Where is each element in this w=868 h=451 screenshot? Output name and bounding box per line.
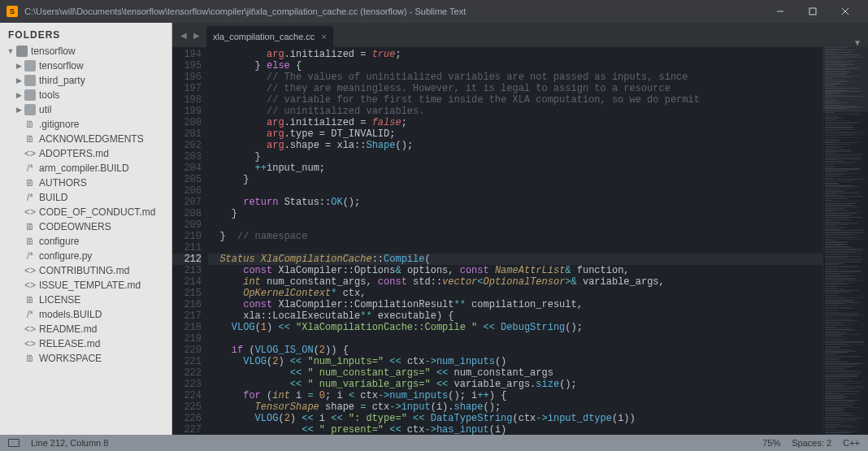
close-icon[interactable]: × [321, 32, 326, 41]
sidebar-header: FOLDERS [0, 23, 171, 44]
tree-item[interactable]: 🗎WORKSPACE [0, 351, 171, 366]
maximize-button[interactable] [796, 0, 829, 23]
tree-item-label: ACKNOWLEDGMENTS [39, 133, 144, 145]
file-icon: /* [24, 163, 36, 174]
minimap[interactable] [822, 47, 868, 435]
folder-icon [24, 104, 36, 115]
tree-item-label: WORKSPACE [39, 353, 102, 364]
tree-item-label: CODE_OF_CONDUCT.md [39, 206, 155, 218]
file-icon: /* [24, 192, 36, 203]
file-icon: 🗎 [24, 221, 36, 232]
tab-overflow-button[interactable]: ▼ [853, 38, 861, 47]
status-bar: Line 212, Column 8 75% Spaces: 2 C++ [0, 435, 868, 451]
tree-item[interactable]: 🗎AUTHORS [0, 176, 171, 190]
file-tab[interactable]: xla_compilation_cache.cc × [206, 26, 333, 47]
app-icon: S [7, 6, 18, 17]
tree-item[interactable]: 🗎.gitignore [0, 117, 171, 132]
close-button[interactable] [829, 0, 861, 23]
tree-item[interactable]: 🗎configure [0, 234, 171, 249]
file-icon: 🗎 [24, 353, 36, 364]
status-line-col[interactable]: Line 212, Column 8 [31, 438, 108, 448]
tree-item-label: models.BUILD [39, 309, 102, 320]
tree-item-label: BUILD [39, 192, 67, 203]
window-title: C:\Users\will\Documents\tensorflow\tenso… [24, 7, 764, 16]
file-icon: <> [24, 206, 36, 218]
tree-item-label: util [39, 104, 51, 115]
svg-rect-1 [809, 8, 816, 15]
tree-item-label: ISSUE_TEMPLATE.md [39, 280, 141, 291]
file-icon: 🗎 [24, 236, 36, 247]
tree-item[interactable]: ▼tensorflow [0, 44, 171, 59]
titlebar: S C:\Users\will\Documents\tensorflow\ten… [0, 0, 868, 23]
minimap-viewport[interactable] [823, 47, 868, 112]
tree-item-label: tensorflow [31, 46, 76, 57]
file-icon: /* [24, 309, 36, 320]
tree-item-label: tensorflow [39, 60, 84, 72]
tree-item[interactable]: <>ISSUE_TEMPLATE.md [0, 278, 171, 293]
tree-item[interactable]: 🗎CODEOWNERS [0, 219, 171, 234]
code-area[interactable]: arg.initialized = true; } else { // The … [208, 47, 822, 435]
tree-item[interactable]: <>README.md [0, 322, 171, 336]
folder-icon [24, 60, 36, 72]
tree-item[interactable]: ▶tools [0, 88, 171, 102]
file-icon: <> [24, 280, 36, 291]
tree-item-label: third_party [39, 75, 85, 86]
tree-item[interactable]: 🗎LICENSE [0, 293, 171, 307]
folder-icon [16, 46, 28, 57]
file-icon: 🗎 [24, 294, 36, 306]
tree-item[interactable]: <>CODE_OF_CONDUCT.md [0, 205, 171, 219]
tab-bar: ◀ ▶ xla_compilation_cache.cc × ▼ [172, 23, 868, 47]
tree-item-label: ADOPTERS.md [39, 148, 109, 159]
tree-item-label: configure [39, 236, 79, 247]
file-icon: <> [24, 148, 36, 159]
tree-item[interactable]: <>RELEASE.md [0, 336, 171, 351]
tree-item-label: arm_compiler.BUILD [39, 163, 129, 174]
tree-item[interactable]: <>ADOPTERS.md [0, 146, 171, 161]
tree-item-label: README.md [39, 323, 97, 335]
editor: ◀ ▶ xla_compilation_cache.cc × ▼ 1941951… [172, 23, 868, 435]
tree-item[interactable]: /*arm_compiler.BUILD [0, 161, 171, 176]
tab-label: xla_compilation_cache.cc [213, 32, 315, 41]
tree-item[interactable]: ▶third_party [0, 73, 171, 88]
tree-item-label: LICENSE [39, 294, 80, 306]
tree-item[interactable]: 🗎ACKNOWLEDGMENTS [0, 132, 171, 146]
folder-icon [24, 75, 36, 86]
minimize-button[interactable] [764, 0, 796, 23]
folder-tree[interactable]: ▼tensorflow▶tensorflow▶third_party▶tools… [0, 44, 171, 435]
file-icon: /* [24, 250, 36, 262]
tree-item-label: .gitignore [39, 119, 79, 130]
tree-item[interactable]: /*models.BUILD [0, 307, 171, 322]
file-icon: 🗎 [24, 133, 36, 145]
status-indent[interactable]: Spaces: 2 [792, 438, 831, 448]
panel-icon[interactable] [8, 439, 20, 447]
status-syntax[interactable]: C++ [843, 438, 860, 448]
tree-item-label: RELEASE.md [39, 338, 100, 349]
tab-history-back[interactable]: ◀ [177, 27, 190, 43]
tree-item-label: AUTHORS [39, 177, 87, 189]
sidebar: FOLDERS ▼tensorflow▶tensorflow▶third_par… [0, 23, 172, 435]
tree-item[interactable]: /*configure.py [0, 249, 171, 263]
tree-item[interactable]: ▶tensorflow [0, 59, 171, 73]
folder-icon [24, 89, 36, 101]
file-icon: <> [24, 338, 36, 349]
status-zoom[interactable]: 75% [762, 438, 780, 448]
tab-history-forward[interactable]: ▶ [190, 27, 203, 43]
file-icon: <> [24, 265, 36, 276]
tree-item-label: CONTRIBUTING.md [39, 265, 129, 276]
file-icon: <> [24, 323, 36, 335]
tree-item[interactable]: /*BUILD [0, 190, 171, 205]
tree-item[interactable]: ▶util [0, 102, 171, 117]
line-gutter[interactable]: 1941951961971981992002012022032042052062… [172, 47, 208, 435]
tree-item-label: tools [39, 89, 59, 101]
window-controls [764, 0, 861, 23]
tree-item-label: configure.py [39, 250, 92, 262]
file-icon: 🗎 [24, 119, 36, 130]
tree-item-label: CODEOWNERS [39, 221, 111, 232]
tree-item[interactable]: <>CONTRIBUTING.md [0, 263, 171, 278]
file-icon: 🗎 [24, 177, 36, 189]
